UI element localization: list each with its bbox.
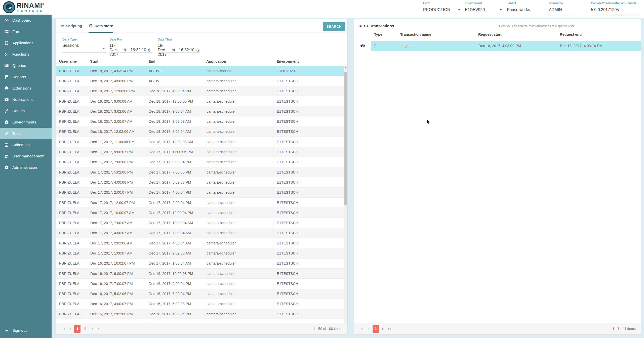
cell: PBRIZUELA — [56, 137, 87, 147]
session-row[interactable]: PBRIZUELADec 16, 2017, 1:00:07 PMDec 16,… — [56, 319, 344, 323]
farm-select[interactable]: Farm PRODUCTION ▾ — [423, 2, 460, 16]
session-row[interactable]: PBRIZUELADec 17, 2017, 12:00:07 PMDec 17… — [56, 198, 344, 208]
session-row[interactable]: PBRIZUELADec 18, 2017, 4:03:14 PMACTIVEc… — [56, 66, 344, 76]
cell: Dec 18, 2017, 4:00:04 PM — [145, 86, 203, 96]
column-header-application[interactable]: Application — [203, 57, 273, 66]
environment-select[interactable]: Environment E1DEV920 ▾ — [465, 2, 502, 16]
date-thru-field[interactable]: Date Thru 18-Dec-2017 16:32:10 — [158, 38, 200, 53]
field-underline — [158, 53, 200, 53]
database-icon — [89, 24, 93, 28]
scroll-up-button[interactable]: ▲ — [344, 65, 347, 69]
cell: PBRIZUELA — [56, 76, 87, 86]
cell: Dec 16, 2017, 5:02:03 PM — [145, 299, 203, 309]
column-header-end[interactable]: End — [145, 57, 203, 66]
column-header-type[interactable]: Type — [371, 30, 397, 39]
sidebar-item-environments[interactable]: Environments — [0, 116, 52, 128]
cell: cantara-scheduler — [203, 116, 273, 126]
sidebar-item-routes[interactable]: Routes — [0, 105, 52, 116]
page-button-1[interactable]: 1 — [74, 325, 80, 333]
sidebar-item-reports[interactable]: Reports — [0, 71, 52, 82]
go-last-button[interactable] — [96, 325, 102, 332]
go-first-button[interactable] — [359, 325, 365, 332]
scrollbar-thumb[interactable] — [344, 72, 347, 205]
search-button[interactable]: SEARCH — [323, 22, 345, 31]
column-header-environment[interactable]: Environment — [273, 57, 347, 66]
sidebar-item-notifications[interactable]: Notifications — [0, 94, 52, 105]
session-row[interactable]: PBRIZUELADec 17, 2017, 11:00:08 PMDec 18… — [56, 137, 344, 147]
sidebar-item-queries[interactable]: Queries — [0, 60, 52, 71]
session-row[interactable]: PBRIZUELADec 17, 2017, 5:02:06 PMDec 17,… — [56, 167, 344, 177]
tenant-field[interactable]: Tenant Pause works — [507, 2, 544, 16]
session-row[interactable]: PBRIZUELADec 16, 2017, 2:02:06 PMDec 16,… — [56, 309, 344, 319]
column-header-transaction-name[interactable]: Transaction name — [397, 30, 475, 39]
go-previous-button[interactable] — [67, 325, 73, 332]
sidebar-item-farm[interactable]: Farm — [0, 26, 52, 37]
cell: PBRIZUELA — [56, 319, 87, 323]
session-row[interactable]: PBRIZUELADec 18, 2017, 12:02:06 AMDec 18… — [56, 127, 344, 137]
sidebar-item-extensions[interactable]: Extensions — [0, 82, 52, 94]
session-row[interactable]: PBRIZUELADec 16, 2017, 4:00:07 PMDec 16,… — [56, 299, 344, 309]
session-row[interactable]: PBRIZUELADec 16, 2017, 10:02:07 PMDec 17… — [56, 259, 344, 269]
session-row[interactable]: PBRIZUELADec 17, 2017, 4:00:08 PMDec 17,… — [56, 177, 344, 187]
eye-icon[interactable] — [354, 41, 371, 51]
clock-icon[interactable] — [148, 48, 152, 52]
session-row[interactable]: PBRIZUELADec 16, 2017, 7:00:07 PMDec 16,… — [56, 279, 344, 289]
transaction-row[interactable]: FLoginDec 18, 2017, 4:03:09 PMDec 18, 20… — [354, 41, 641, 51]
session-row[interactable]: PBRIZUELADec 17, 2017, 4:00:07 AMDec 17,… — [56, 228, 344, 238]
clock-icon[interactable] — [196, 48, 200, 52]
session-row[interactable]: PBRIZUELADec 17, 2017, 9:00:07 PMDec 17,… — [56, 147, 344, 157]
session-row[interactable]: PBRIZUELADec 17, 2017, 7:00:07 AMDec 17,… — [56, 218, 344, 228]
vertical-scrollbar[interactable]: ▲ — [344, 65, 347, 323]
cell: Dec 17, 2017, 4:00:04 AM — [145, 238, 203, 248]
session-row[interactable]: PBRIZUELADec 18, 2017, 9:00:08 AMDec 18,… — [56, 96, 344, 106]
sidebar-item-label: Extensions — [12, 86, 31, 91]
column-header-start[interactable]: Start — [87, 57, 145, 66]
session-row[interactable]: PBRIZUELADec 17, 2017, 7:00:08 PMDec 17,… — [56, 157, 344, 167]
column-header-request-end[interactable]: Request end — [556, 30, 641, 39]
session-row[interactable]: PBRIZUELADec 17, 2017, 2:00:07 PMDec 17,… — [56, 188, 344, 198]
logo: RINAMI® CANTARA — [0, 0, 52, 15]
tab-scripting[interactable]: </> Scripting — [60, 19, 82, 32]
session-row[interactable]: PBRIZUELADec 16, 2017, 9:00:07 PMDec 16,… — [56, 269, 344, 279]
cell: Dec 17, 2017, 1:00:07 AM — [87, 248, 145, 258]
sidebar-item-sign-out[interactable]: Sign out — [0, 325, 52, 336]
go-next-button[interactable] — [380, 325, 386, 332]
calendar-icon[interactable] — [123, 48, 127, 52]
sidebar-item-administration[interactable]: Administration — [0, 162, 52, 173]
sidebar-item-tools[interactable]: Tools — [0, 128, 52, 139]
session-row[interactable]: PBRIZUELADec 17, 2017, 10:00:07 AMDec 17… — [56, 208, 344, 218]
cell: Dec 17, 2017, 7:00:08 PM — [87, 157, 145, 167]
data-type-select[interactable]: Data Type Sessions ▾ — [62, 38, 106, 53]
column-header-username[interactable]: Username — [56, 57, 87, 66]
session-row[interactable]: PBRIZUELADec 18, 2017, 4:00:08 PMACTIVEc… — [56, 76, 344, 86]
sidebar-item-dashboard[interactable]: Dashboard — [0, 15, 52, 26]
cell: Dec 17, 2017, 7:00:05 PM — [145, 167, 203, 177]
sidebar: DashboardFarmApplicationsFunctionsQuerie… — [0, 15, 52, 338]
go-next-button[interactable] — [89, 325, 96, 332]
column-header-request-start[interactable]: Request start — [475, 30, 556, 39]
calendar-icon[interactable] — [171, 48, 175, 52]
session-row[interactable]: PBRIZUELADec 17, 2017, 1:00:07 AMDec 17,… — [56, 248, 344, 258]
cell: PBRIZUELA — [56, 198, 87, 207]
sidebar-item-user-management[interactable]: User management — [0, 150, 52, 162]
sidebar-item-scheduler[interactable]: Scheduler — [0, 139, 52, 150]
session-row[interactable]: PBRIZUELADec 18, 2017, 12:00:08 PMDec 18… — [56, 86, 344, 96]
session-row[interactable]: PBRIZUELADec 18, 2017, 2:00:07 AMDec 18,… — [56, 116, 344, 126]
session-row[interactable]: PBRIZUELADec 16, 2017, 5:02:06 PMDec 16,… — [56, 289, 344, 299]
go-first-button[interactable] — [60, 325, 67, 332]
page-button-1[interactable]: 1 — [373, 325, 379, 333]
cell: PBRIZUELA — [56, 289, 87, 299]
cell: cantara-scheduler — [203, 127, 273, 137]
field-underline — [591, 15, 641, 15]
session-row[interactable]: PBRIZUELADec 18, 2017, 3:02:06 AMDec 18,… — [56, 106, 344, 116]
go-last-button[interactable] — [386, 325, 393, 332]
session-row[interactable]: PBRIZUELADec 17, 2017, 2:02:06 AMDec 17,… — [56, 238, 344, 248]
go-previous-button[interactable] — [365, 325, 372, 332]
tab-data-store[interactable]: Data store — [89, 19, 113, 32]
data-type-label: Data Type — [62, 38, 106, 41]
sidebar-item-functions[interactable]: Functions — [0, 49, 52, 60]
page-button-2[interactable]: 2 — [82, 325, 88, 333]
sessions-table-header: UsernameStartEndApplicationEnvironment — [56, 57, 347, 66]
sidebar-item-applications[interactable]: Applications — [0, 37, 52, 49]
date-from-field[interactable]: Date From 11-Dec-2017 16:32:10 — [109, 38, 152, 53]
